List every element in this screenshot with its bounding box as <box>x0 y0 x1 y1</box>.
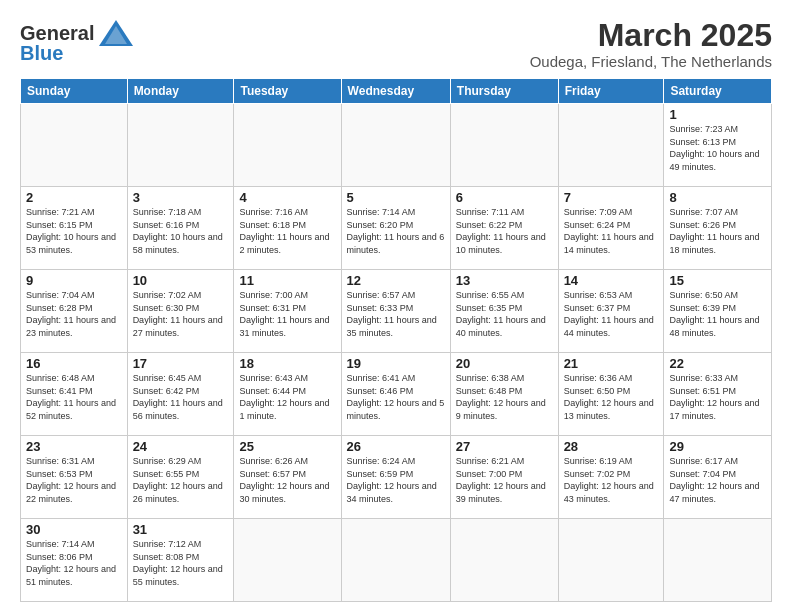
day-cell-0-1 <box>127 104 234 187</box>
day-cell-5-6 <box>664 519 772 602</box>
day-cell-1-2: 4Sunrise: 7:16 AM Sunset: 6:18 PM Daylig… <box>234 187 341 270</box>
day-cell-4-2: 25Sunrise: 6:26 AM Sunset: 6:57 PM Dayli… <box>234 436 341 519</box>
day-number: 23 <box>26 439 122 454</box>
day-cell-0-6: 1Sunrise: 7:23 AM Sunset: 6:13 PM Daylig… <box>664 104 772 187</box>
day-info: Sunrise: 7:07 AM Sunset: 6:26 PM Dayligh… <box>669 206 766 256</box>
day-number: 22 <box>669 356 766 371</box>
day-number: 3 <box>133 190 229 205</box>
header-sunday: Sunday <box>21 79 128 104</box>
header-thursday: Thursday <box>450 79 558 104</box>
week-row-5: 30Sunrise: 7:14 AM Sunset: 8:06 PM Dayli… <box>21 519 772 602</box>
day-cell-1-3: 5Sunrise: 7:14 AM Sunset: 6:20 PM Daylig… <box>341 187 450 270</box>
day-info: Sunrise: 7:11 AM Sunset: 6:22 PM Dayligh… <box>456 206 553 256</box>
day-cell-2-5: 14Sunrise: 6:53 AM Sunset: 6:37 PM Dayli… <box>558 270 664 353</box>
day-cell-5-1: 31Sunrise: 7:12 AM Sunset: 8:08 PM Dayli… <box>127 519 234 602</box>
day-number: 16 <box>26 356 122 371</box>
header-saturday: Saturday <box>664 79 772 104</box>
day-info: Sunrise: 6:41 AM Sunset: 6:46 PM Dayligh… <box>347 372 445 422</box>
day-cell-3-2: 18Sunrise: 6:43 AM Sunset: 6:44 PM Dayli… <box>234 353 341 436</box>
day-info: Sunrise: 6:33 AM Sunset: 6:51 PM Dayligh… <box>669 372 766 422</box>
day-cell-4-1: 24Sunrise: 6:29 AM Sunset: 6:55 PM Dayli… <box>127 436 234 519</box>
day-number: 21 <box>564 356 659 371</box>
day-cell-3-3: 19Sunrise: 6:41 AM Sunset: 6:46 PM Dayli… <box>341 353 450 436</box>
day-cell-0-0 <box>21 104 128 187</box>
day-info: Sunrise: 7:18 AM Sunset: 6:16 PM Dayligh… <box>133 206 229 256</box>
day-cell-4-5: 28Sunrise: 6:19 AM Sunset: 7:02 PM Dayli… <box>558 436 664 519</box>
day-cell-5-0: 30Sunrise: 7:14 AM Sunset: 8:06 PM Dayli… <box>21 519 128 602</box>
day-cell-2-2: 11Sunrise: 7:00 AM Sunset: 6:31 PM Dayli… <box>234 270 341 353</box>
day-cell-0-3 <box>341 104 450 187</box>
day-number: 15 <box>669 273 766 288</box>
day-cell-4-0: 23Sunrise: 6:31 AM Sunset: 6:53 PM Dayli… <box>21 436 128 519</box>
day-number: 19 <box>347 356 445 371</box>
day-number: 25 <box>239 439 335 454</box>
day-number: 1 <box>669 107 766 122</box>
day-info: Sunrise: 7:14 AM Sunset: 6:20 PM Dayligh… <box>347 206 445 256</box>
day-info: Sunrise: 7:00 AM Sunset: 6:31 PM Dayligh… <box>239 289 335 339</box>
day-number: 20 <box>456 356 553 371</box>
day-number: 29 <box>669 439 766 454</box>
day-number: 18 <box>239 356 335 371</box>
day-cell-2-1: 10Sunrise: 7:02 AM Sunset: 6:30 PM Dayli… <box>127 270 234 353</box>
day-cell-0-2 <box>234 104 341 187</box>
day-info: Sunrise: 7:21 AM Sunset: 6:15 PM Dayligh… <box>26 206 122 256</box>
day-info: Sunrise: 6:55 AM Sunset: 6:35 PM Dayligh… <box>456 289 553 339</box>
day-cell-2-4: 13Sunrise: 6:55 AM Sunset: 6:35 PM Dayli… <box>450 270 558 353</box>
day-number: 31 <box>133 522 229 537</box>
day-info: Sunrise: 6:57 AM Sunset: 6:33 PM Dayligh… <box>347 289 445 339</box>
day-cell-3-0: 16Sunrise: 6:48 AM Sunset: 6:41 PM Dayli… <box>21 353 128 436</box>
day-number: 8 <box>669 190 766 205</box>
day-info: Sunrise: 6:50 AM Sunset: 6:39 PM Dayligh… <box>669 289 766 339</box>
header-friday: Friday <box>558 79 664 104</box>
day-number: 14 <box>564 273 659 288</box>
day-info: Sunrise: 6:48 AM Sunset: 6:41 PM Dayligh… <box>26 372 122 422</box>
calendar-title: March 2025 <box>530 18 772 53</box>
day-info: Sunrise: 6:45 AM Sunset: 6:42 PM Dayligh… <box>133 372 229 422</box>
day-number: 24 <box>133 439 229 454</box>
week-row-0: 1Sunrise: 7:23 AM Sunset: 6:13 PM Daylig… <box>21 104 772 187</box>
week-row-1: 2Sunrise: 7:21 AM Sunset: 6:15 PM Daylig… <box>21 187 772 270</box>
day-number: 11 <box>239 273 335 288</box>
calendar-header-row: Sunday Monday Tuesday Wednesday Thursday… <box>21 79 772 104</box>
day-cell-4-6: 29Sunrise: 6:17 AM Sunset: 7:04 PM Dayli… <box>664 436 772 519</box>
day-info: Sunrise: 6:36 AM Sunset: 6:50 PM Dayligh… <box>564 372 659 422</box>
day-info: Sunrise: 6:29 AM Sunset: 6:55 PM Dayligh… <box>133 455 229 505</box>
logo: General Blue <box>20 18 135 65</box>
day-info: Sunrise: 6:26 AM Sunset: 6:57 PM Dayligh… <box>239 455 335 505</box>
day-cell-5-3 <box>341 519 450 602</box>
day-cell-0-4 <box>450 104 558 187</box>
day-number: 10 <box>133 273 229 288</box>
day-cell-2-6: 15Sunrise: 6:50 AM Sunset: 6:39 PM Dayli… <box>664 270 772 353</box>
day-number: 9 <box>26 273 122 288</box>
day-cell-3-4: 20Sunrise: 6:38 AM Sunset: 6:48 PM Dayli… <box>450 353 558 436</box>
day-cell-1-5: 7Sunrise: 7:09 AM Sunset: 6:24 PM Daylig… <box>558 187 664 270</box>
day-info: Sunrise: 7:14 AM Sunset: 8:06 PM Dayligh… <box>26 538 122 588</box>
header: General Blue March 2025 Oudega, Frieslan… <box>20 18 772 70</box>
day-info: Sunrise: 6:24 AM Sunset: 6:59 PM Dayligh… <box>347 455 445 505</box>
title-block: March 2025 Oudega, Friesland, The Nether… <box>530 18 772 70</box>
week-row-4: 23Sunrise: 6:31 AM Sunset: 6:53 PM Dayli… <box>21 436 772 519</box>
day-info: Sunrise: 7:23 AM Sunset: 6:13 PM Dayligh… <box>669 123 766 173</box>
calendar-table: Sunday Monday Tuesday Wednesday Thursday… <box>20 78 772 602</box>
day-info: Sunrise: 6:19 AM Sunset: 7:02 PM Dayligh… <box>564 455 659 505</box>
day-cell-1-1: 3Sunrise: 7:18 AM Sunset: 6:16 PM Daylig… <box>127 187 234 270</box>
day-info: Sunrise: 6:38 AM Sunset: 6:48 PM Dayligh… <box>456 372 553 422</box>
day-info: Sunrise: 7:04 AM Sunset: 6:28 PM Dayligh… <box>26 289 122 339</box>
day-cell-3-1: 17Sunrise: 6:45 AM Sunset: 6:42 PM Dayli… <box>127 353 234 436</box>
day-info: Sunrise: 6:17 AM Sunset: 7:04 PM Dayligh… <box>669 455 766 505</box>
logo-blue: Blue <box>20 42 63 65</box>
day-number: 5 <box>347 190 445 205</box>
day-info: Sunrise: 7:09 AM Sunset: 6:24 PM Dayligh… <box>564 206 659 256</box>
day-info: Sunrise: 7:16 AM Sunset: 6:18 PM Dayligh… <box>239 206 335 256</box>
day-cell-5-2 <box>234 519 341 602</box>
day-info: Sunrise: 7:02 AM Sunset: 6:30 PM Dayligh… <box>133 289 229 339</box>
day-cell-1-6: 8Sunrise: 7:07 AM Sunset: 6:26 PM Daylig… <box>664 187 772 270</box>
day-number: 4 <box>239 190 335 205</box>
day-info: Sunrise: 6:31 AM Sunset: 6:53 PM Dayligh… <box>26 455 122 505</box>
day-info: Sunrise: 6:43 AM Sunset: 6:44 PM Dayligh… <box>239 372 335 422</box>
day-number: 13 <box>456 273 553 288</box>
day-cell-1-4: 6Sunrise: 7:11 AM Sunset: 6:22 PM Daylig… <box>450 187 558 270</box>
day-number: 12 <box>347 273 445 288</box>
day-number: 17 <box>133 356 229 371</box>
day-number: 26 <box>347 439 445 454</box>
